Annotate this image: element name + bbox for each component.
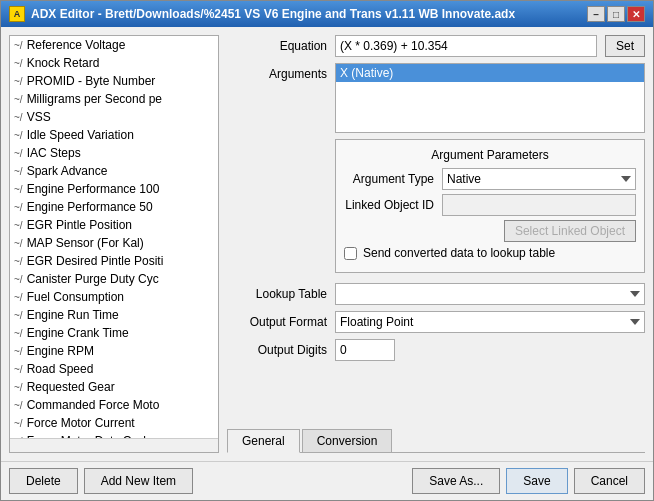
- list-item-icon: ~/: [14, 310, 23, 321]
- window-title: ADX Editor - Brett/Downloads/%2451 VS V6…: [31, 7, 515, 21]
- equation-input[interactable]: [335, 35, 597, 57]
- list-item[interactable]: ~/Fuel Consumption: [10, 288, 218, 306]
- select-linked-object-row: Select Linked Object: [344, 220, 636, 242]
- set-button[interactable]: Set: [605, 35, 645, 57]
- list-item-icon: ~/: [14, 166, 23, 177]
- list-item[interactable]: ~/EGR Pintle Position: [10, 216, 218, 234]
- output-format-label: Output Format: [227, 315, 327, 329]
- argument-type-label: Argument Type: [344, 172, 434, 186]
- close-button[interactable]: ✕: [627, 6, 645, 22]
- maximize-button[interactable]: □: [607, 6, 625, 22]
- bottom-bar: Delete Add New Item Save As... Save Canc…: [1, 461, 653, 500]
- items-list[interactable]: ~/Reference Voltage~/Knock Retard~/PROMI…: [10, 36, 218, 438]
- list-item[interactable]: ~/Road Speed: [10, 360, 218, 378]
- tab-conversion[interactable]: Conversion: [302, 429, 393, 452]
- list-item[interactable]: ~/Engine Crank Time: [10, 324, 218, 342]
- app-icon: A: [9, 6, 25, 22]
- list-item[interactable]: ~/Milligrams per Second pe: [10, 90, 218, 108]
- title-bar: A ADX Editor - Brett/Downloads/%2451 VS …: [1, 1, 653, 27]
- list-item-icon: ~/: [14, 220, 23, 231]
- send-converted-checkbox-group: Send converted data to lookup table: [344, 246, 636, 260]
- lookup-table-label: Lookup Table: [227, 287, 327, 301]
- left-panel: ~/Reference Voltage~/Knock Retard~/PROMI…: [9, 35, 219, 453]
- list-item-icon: ~/: [14, 148, 23, 159]
- delete-button[interactable]: Delete: [9, 468, 78, 494]
- lookup-table-group: Lookup Table: [227, 283, 645, 305]
- list-item[interactable]: ~/VSS: [10, 108, 218, 126]
- list-item-icon: ~/: [14, 382, 23, 393]
- argument-selected-item[interactable]: X (Native): [336, 64, 644, 82]
- list-item-icon: ~/: [14, 202, 23, 213]
- list-item[interactable]: ~/IAC Steps: [10, 144, 218, 162]
- list-item-icon: ~/: [14, 184, 23, 195]
- content-area: ~/Reference Voltage~/Knock Retard~/PROMI…: [1, 27, 653, 461]
- list-item[interactable]: ~/Engine Performance 50: [10, 198, 218, 216]
- output-digits-label: Output Digits: [227, 343, 327, 357]
- cancel-button[interactable]: Cancel: [574, 468, 645, 494]
- equation-label: Equation: [227, 39, 327, 53]
- list-item[interactable]: ~/Engine RPM: [10, 342, 218, 360]
- list-item-icon: ~/: [14, 94, 23, 105]
- list-item[interactable]: ~/PROMID - Byte Number: [10, 72, 218, 90]
- list-item-icon: ~/: [14, 238, 23, 249]
- argument-params-box: Argument Parameters Argument Type Native…: [335, 139, 645, 273]
- main-window: A ADX Editor - Brett/Downloads/%2451 VS …: [0, 0, 654, 501]
- title-bar-controls: – □ ✕: [587, 6, 645, 22]
- output-format-select[interactable]: Floating PointIntegerHex: [335, 311, 645, 333]
- list-item-icon: ~/: [14, 328, 23, 339]
- linked-object-id-group: Linked Object ID: [344, 194, 636, 216]
- list-item[interactable]: ~/Engine Performance 100: [10, 180, 218, 198]
- list-item-icon: ~/: [14, 112, 23, 123]
- output-digits-input[interactable]: [335, 339, 395, 361]
- list-item-icon: ~/: [14, 256, 23, 267]
- list-item-icon: ~/: [14, 292, 23, 303]
- list-item-icon: ~/: [14, 346, 23, 357]
- horizontal-scrollbar[interactable]: [10, 438, 218, 452]
- output-digits-group: Output Digits: [227, 339, 645, 361]
- list-item-icon: ~/: [14, 58, 23, 69]
- list-item[interactable]: ~/Knock Retard: [10, 54, 218, 72]
- list-item[interactable]: ~/Force Motor Current: [10, 414, 218, 432]
- list-item[interactable]: ~/Spark Advance: [10, 162, 218, 180]
- list-item-icon: ~/: [14, 364, 23, 375]
- spacer: [227, 367, 645, 423]
- minimize-button[interactable]: –: [587, 6, 605, 22]
- linked-object-id-input[interactable]: [442, 194, 636, 216]
- select-linked-object-button[interactable]: Select Linked Object: [504, 220, 636, 242]
- arguments-box[interactable]: X (Native): [335, 63, 645, 133]
- list-item-icon: ~/: [14, 274, 23, 285]
- list-item-icon: ~/: [14, 40, 23, 51]
- list-item-icon: ~/: [14, 418, 23, 429]
- linked-object-id-label: Linked Object ID: [344, 198, 434, 212]
- list-item[interactable]: ~/Idle Speed Variation: [10, 126, 218, 144]
- list-item[interactable]: ~/Canister Purge Duty Cyc: [10, 270, 218, 288]
- list-item-icon: ~/: [14, 130, 23, 141]
- list-item-icon: ~/: [14, 400, 23, 411]
- list-item[interactable]: ~/Reference Voltage: [10, 36, 218, 54]
- equation-group: Equation Set: [227, 35, 645, 57]
- list-item-icon: ~/: [14, 76, 23, 87]
- send-converted-label: Send converted data to lookup table: [363, 246, 555, 260]
- list-item[interactable]: ~/MAP Sensor (For Kal): [10, 234, 218, 252]
- add-new-item-button[interactable]: Add New Item: [84, 468, 193, 494]
- list-item[interactable]: ~/Requested Gear: [10, 378, 218, 396]
- list-item[interactable]: ~/Commanded Force Moto: [10, 396, 218, 414]
- right-panel: Equation Set Arguments X (Native) Argume…: [227, 35, 645, 453]
- argument-type-select[interactable]: NativeConstantChannel: [442, 168, 636, 190]
- list-item[interactable]: ~/EGR Desired Pintle Positi: [10, 252, 218, 270]
- list-item[interactable]: ~/Engine Run Time: [10, 306, 218, 324]
- arguments-group: Arguments X (Native): [227, 63, 645, 133]
- save-as-button[interactable]: Save As...: [412, 468, 500, 494]
- arguments-label: Arguments: [227, 63, 327, 81]
- tab-general[interactable]: General: [227, 429, 300, 453]
- output-format-group: Output Format Floating PointIntegerHex: [227, 311, 645, 333]
- send-converted-checkbox[interactable]: [344, 247, 357, 260]
- save-button[interactable]: Save: [506, 468, 567, 494]
- argument-params-title: Argument Parameters: [344, 148, 636, 162]
- lookup-table-select[interactable]: [335, 283, 645, 305]
- tabs-row: General Conversion: [227, 429, 645, 453]
- title-bar-left: A ADX Editor - Brett/Downloads/%2451 VS …: [9, 6, 515, 22]
- argument-type-group: Argument Type NativeConstantChannel: [344, 168, 636, 190]
